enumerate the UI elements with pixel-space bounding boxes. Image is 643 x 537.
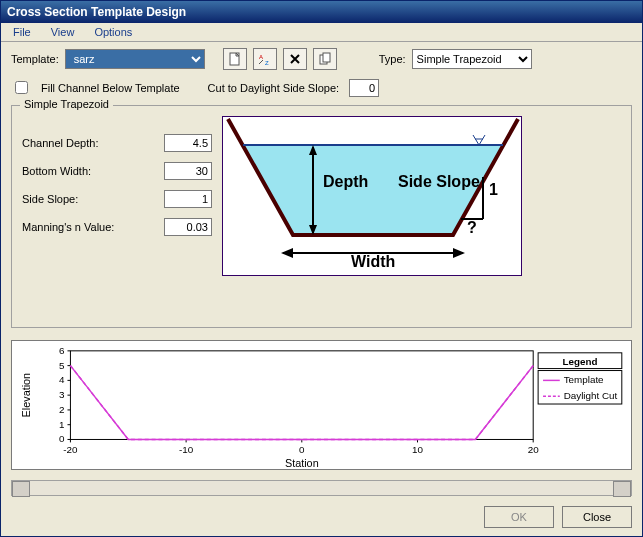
bottom-width-label: Bottom Width: [22,165,91,177]
menu-view[interactable]: View [43,24,83,40]
svg-text:0: 0 [59,434,65,445]
diagram-sideslope-label: Side Slope [398,173,480,190]
menu-file[interactable]: File [5,24,39,40]
type-label: Type: [379,53,406,65]
diagram-width-label: Width [351,253,395,270]
toolbar: Template: sarz AZ Type: Simple Trapezoid [1,42,642,76]
diagram-one-label: 1 [489,181,498,198]
param-side-slope: Side Slope: [22,190,212,208]
trapezoid-groupbox: Simple Trapezoid Channel Depth: Bottom W… [11,105,632,328]
svg-text:Station: Station [285,457,319,469]
svg-text:2: 2 [59,404,64,415]
svg-rect-4 [323,53,330,62]
fill-channel-label: Fill Channel Below Template [41,82,180,94]
bottom-width-input[interactable] [164,162,212,180]
param-mannings-n: Manning's n Value: [22,218,212,236]
type-select[interactable]: Simple Trapezoid [412,49,532,69]
mannings-n-label: Manning's n Value: [22,221,114,233]
ok-button[interactable]: OK [484,506,554,528]
svg-text:3: 3 [59,389,65,400]
close-button[interactable]: Close [562,506,632,528]
svg-text:-10: -10 [179,445,194,456]
copy-pages-icon [318,52,332,66]
svg-text:5: 5 [59,360,65,371]
svg-text:4: 4 [59,375,65,386]
svg-rect-16 [70,351,533,440]
svg-marker-5 [243,145,503,235]
page-icon [228,52,242,66]
param-bottom-width: Bottom Width: [22,162,212,180]
template-label: Template: [11,53,59,65]
delete-template-button[interactable] [283,48,307,70]
diagram-depth-label: Depth [323,173,368,190]
window: Cross Section Template Design File View … [0,0,643,537]
svg-text:Daylight Cut: Daylight Cut [564,390,618,401]
chart-panel: 0123456-20-1001020StationElevationLegend… [11,340,632,470]
rename-az-icon: AZ [258,52,272,66]
svg-text:20: 20 [528,445,539,456]
param-channel-depth: Channel Depth: [22,134,212,152]
titlebar: Cross Section Template Design [1,1,642,23]
svg-text:Legend: Legend [562,356,597,367]
svg-text:Z: Z [265,60,269,66]
channel-depth-label: Channel Depth: [22,137,98,149]
button-bar: OK Close [1,502,642,536]
svg-text:Template: Template [564,375,604,386]
copy-template-button[interactable] [313,48,337,70]
menu-options[interactable]: Options [86,24,140,40]
svg-text:0: 0 [299,445,305,456]
mannings-n-input[interactable] [164,218,212,236]
diagram-q-label: ? [467,219,477,236]
window-title: Cross Section Template Design [7,5,186,19]
group-title: Simple Trapezoid [20,98,113,110]
svg-text:10: 10 [412,445,423,456]
side-slope-label: Side Slope: [22,193,78,205]
template-select[interactable]: sarz [65,49,205,69]
horizontal-scrollbar[interactable] [11,480,632,496]
elevation-chart: 0123456-20-1001020StationElevationLegend… [12,341,631,469]
svg-text:6: 6 [59,345,65,356]
new-template-button[interactable] [223,48,247,70]
daylight-slope-label: Cut to Daylight Side Slope: [208,82,339,94]
fill-channel-checkbox[interactable] [15,81,28,94]
svg-text:-20: -20 [63,445,78,456]
svg-text:A: A [259,54,263,60]
rename-template-button[interactable]: AZ [253,48,277,70]
svg-text:Elevation: Elevation [20,373,32,418]
daylight-slope-input[interactable] [349,79,379,97]
svg-text:1: 1 [59,419,64,430]
svg-marker-14 [281,248,293,258]
delete-x-icon [288,52,302,66]
trapezoid-diagram: Depth Side Slope 1 ? Width [222,116,522,276]
params-column: Channel Depth: Bottom Width: Side Slope:… [22,134,212,236]
side-slope-input[interactable] [164,190,212,208]
channel-depth-input[interactable] [164,134,212,152]
menubar: File View Options [1,23,642,43]
svg-marker-15 [453,248,465,258]
